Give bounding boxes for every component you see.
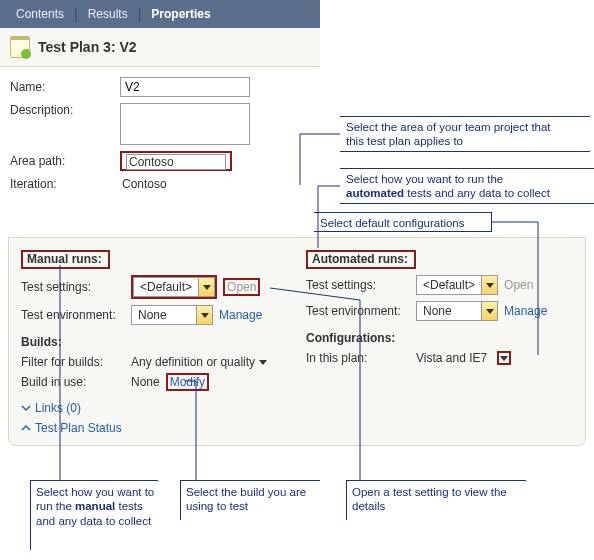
chevron-down-icon[interactable]	[196, 306, 212, 324]
area-path-field[interactable]: Contoso	[120, 151, 232, 171]
callout-frame	[346, 480, 526, 520]
build-in-use-value: None	[131, 375, 160, 389]
chevron-down-icon[interactable]	[481, 302, 497, 320]
filter-builds-value: Any definition or quality	[131, 355, 255, 369]
in-this-plan-label: In this plan:	[306, 351, 410, 365]
manual-manage-link[interactable]: Manage	[219, 308, 262, 322]
manual-env-label: Test environment:	[21, 308, 125, 322]
tab-contents[interactable]: Contents	[6, 0, 74, 28]
chevron-down-icon[interactable]	[481, 276, 497, 294]
manual-runs-heading: Manual runs:	[21, 250, 110, 269]
description-field[interactable]	[120, 103, 250, 145]
manual-env-dropdown[interactable]: None	[131, 305, 213, 325]
modify-build-link[interactable]: Modify	[170, 375, 205, 389]
chevron-down-icon[interactable]	[198, 278, 214, 296]
in-this-plan-value: Vista and IE7	[416, 351, 487, 365]
chevron-down-icon	[21, 403, 31, 413]
filter-builds-dropdown[interactable]: Any definition or quality	[131, 355, 267, 369]
auto-manage-link[interactable]: Manage	[504, 304, 547, 318]
chevron-down-icon	[500, 356, 508, 361]
callout-frame	[314, 212, 492, 232]
manual-open-link[interactable]: Open	[227, 280, 256, 294]
area-path-value: Contoso	[126, 154, 226, 170]
manual-test-settings-value: <Default>	[134, 280, 198, 294]
manual-env-value: None	[132, 308, 196, 322]
callout-frame	[30, 480, 158, 550]
auto-test-settings-dropdown[interactable]: <Default>	[416, 275, 498, 295]
callout-frame	[340, 168, 594, 204]
auto-env-dropdown[interactable]: None	[416, 301, 498, 321]
configurations-heading: Configurations:	[306, 331, 573, 345]
page-title: Test Plan 3: V2	[38, 39, 137, 55]
auto-test-settings-label: Test settings:	[306, 278, 410, 292]
test-plan-icon	[10, 36, 30, 58]
tab-properties[interactable]: Properties	[141, 0, 220, 28]
test-plan-status-label: Test Plan Status	[35, 421, 122, 435]
auto-env-label: Test environment:	[306, 304, 410, 318]
configurations-dropdown[interactable]	[497, 351, 511, 365]
links-label: Links (0)	[35, 401, 81, 415]
callout-frame	[180, 480, 320, 520]
tab-results[interactable]: Results	[78, 0, 138, 28]
chevron-up-icon	[21, 423, 31, 433]
builds-heading: Builds:	[21, 335, 288, 349]
links-expander[interactable]: Links (0)	[21, 401, 288, 415]
description-label: Description:	[10, 103, 120, 117]
auto-open-link[interactable]: Open	[504, 278, 533, 292]
manual-test-settings-dropdown[interactable]: <Default>	[133, 277, 215, 297]
callout-frame	[340, 116, 590, 152]
iteration-label: Iteration:	[10, 177, 120, 191]
chevron-down-icon	[259, 360, 267, 365]
filter-builds-label: Filter for builds:	[21, 355, 125, 369]
area-path-label: Area path:	[10, 154, 120, 168]
build-in-use-label: Build in use:	[21, 375, 125, 389]
name-field[interactable]	[120, 77, 250, 97]
auto-test-settings-value: <Default>	[417, 278, 481, 292]
iteration-value: Contoso	[120, 177, 310, 191]
name-label: Name:	[10, 80, 120, 94]
automated-runs-heading: Automated runs:	[306, 250, 416, 269]
test-plan-status-expander[interactable]: Test Plan Status	[21, 421, 288, 435]
auto-env-value: None	[417, 304, 481, 318]
manual-test-settings-label: Test settings:	[21, 280, 125, 294]
